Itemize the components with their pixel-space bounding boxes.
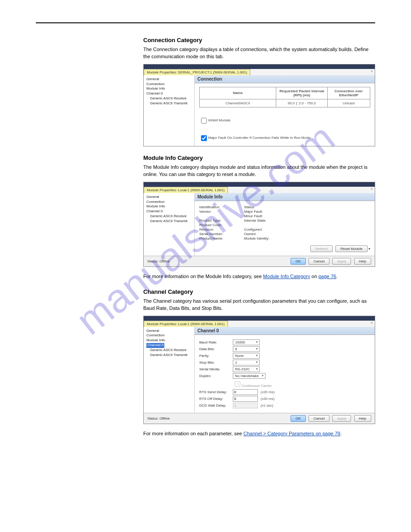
window-tab[interactable]: Module Properties: SERIAL_PROJECT:1 (506… bbox=[144, 69, 250, 75]
tree-item[interactable]: Connection bbox=[146, 200, 193, 205]
rtssend-input[interactable] bbox=[233, 389, 258, 395]
th-rpi: Requested Packet Interval (RPI) (ms) bbox=[276, 87, 327, 99]
page-link[interactable]: page 76 bbox=[318, 274, 336, 279]
screenshot-connection: Module Properties: SERIAL_PROJECT:1 (506… bbox=[143, 64, 375, 146]
channel-params-link[interactable]: Channel > Category Parameters on page 79 bbox=[244, 431, 340, 436]
apply-button[interactable]: Apply bbox=[332, 415, 351, 422]
channel-heading: Channel Category bbox=[143, 288, 375, 295]
dcd-unit: (x1 sec) bbox=[261, 403, 273, 408]
tree-item[interactable]: Generic ASCII Transmit bbox=[146, 101, 193, 106]
dcd-label: DCD Wait Delay: bbox=[199, 403, 233, 408]
pane-title: Channel 0 bbox=[195, 327, 375, 335]
parity-select[interactable]: None bbox=[233, 353, 260, 359]
baud-label: Baud Rate: bbox=[199, 340, 233, 344]
configured-label: Configured: bbox=[244, 227, 275, 232]
tree-item[interactable]: Generic ASCII Receive bbox=[146, 348, 193, 353]
major-fault-label: Major Fault On Controller If Connection … bbox=[208, 136, 310, 140]
producttype-label: Product Type: bbox=[199, 219, 231, 223]
vendor-label: Vendor: bbox=[199, 210, 231, 214]
tree-item[interactable]: General bbox=[146, 329, 193, 334]
cell-rpi[interactable]: 80.0 ‡ 2.0 - 750.0 bbox=[276, 99, 327, 107]
th-conn: Connection over EtherNet/IP bbox=[327, 87, 370, 99]
nav-tree[interactable]: General Connection Module Info Channel 0… bbox=[144, 193, 195, 256]
status-label: Status bbox=[244, 205, 275, 209]
productcode-label: Product Code: bbox=[199, 223, 231, 227]
serialmedia-label: Serial Media: bbox=[199, 367, 233, 371]
help-button[interactable]: Help bbox=[354, 258, 371, 265]
top-rule bbox=[36, 22, 375, 23]
close-icon[interactable]: × bbox=[369, 187, 375, 191]
apply-button[interactable]: Apply bbox=[332, 258, 351, 265]
cancel-button[interactable]: Cancel bbox=[308, 415, 330, 422]
tree-item[interactable]: General bbox=[146, 77, 193, 82]
channel-note: For more information on each parameter, … bbox=[143, 430, 375, 438]
databits-select[interactable]: 8 bbox=[233, 346, 260, 352]
tree-item[interactable]: Channel 0 bbox=[146, 209, 193, 214]
ok-button[interactable]: OK bbox=[291, 415, 306, 422]
ok-button[interactable]: OK bbox=[291, 258, 306, 265]
tree-item[interactable]: Generic ASCII Transmit bbox=[146, 353, 193, 358]
moduleidentity-label: Module Identity: bbox=[244, 236, 275, 240]
close-icon[interactable]: × bbox=[369, 69, 375, 73]
moduleinfo-text2: For more information on the Module Info … bbox=[143, 273, 375, 280]
tree-item[interactable]: Module Info bbox=[146, 204, 193, 209]
revision-label: Revision: bbox=[199, 227, 231, 232]
tree-item[interactable]: Module Info bbox=[146, 86, 193, 91]
connection-table: Name Requested Packet Interval (RPI) (ms… bbox=[199, 87, 370, 107]
th-name: Name bbox=[200, 87, 276, 99]
rtsoff-input[interactable] bbox=[233, 396, 258, 402]
duplex-select[interactable]: No Handshake bbox=[233, 373, 265, 379]
stopbits-label: Stop Bits: bbox=[199, 360, 233, 365]
nav-tree[interactable]: General Connection Module Info Channel 0… bbox=[144, 327, 195, 413]
rtsoff-label: RTS Off Delay: bbox=[199, 397, 233, 401]
tree-item-selected[interactable]: Channel 0 bbox=[146, 343, 193, 348]
serialmedia-select[interactable]: RS-232C bbox=[233, 366, 260, 372]
close-icon[interactable]: × bbox=[369, 321, 375, 325]
continuous-carrier-checkbox[interactable]: Continuous Carrier bbox=[233, 380, 272, 388]
nav-tree[interactable]: General Connection Module Info Channel 0… bbox=[144, 75, 195, 146]
majorfault-label: Major Fault: bbox=[244, 210, 275, 214]
dcd-input bbox=[233, 403, 258, 408]
title-bar bbox=[144, 64, 375, 69]
window-tab[interactable]: Module Properties: Local:1 (5069-SERIAL … bbox=[144, 187, 228, 193]
cancel-button[interactable]: Cancel bbox=[308, 258, 330, 265]
channel-text: The Channel category has various serial … bbox=[143, 298, 375, 312]
stopbits-select[interactable]: 1 bbox=[233, 360, 260, 365]
inhibit-module-checkbox[interactable]: Inhibit Module bbox=[199, 118, 231, 122]
cc-label: Continuous Carrier bbox=[242, 384, 272, 388]
tree-item[interactable]: Generic ASCII Receive bbox=[146, 96, 193, 101]
pane-title: Connection bbox=[195, 75, 375, 83]
refresh-button[interactable]: Refresh bbox=[310, 245, 333, 252]
parity-label: Parity: bbox=[199, 354, 233, 358]
title-bar bbox=[144, 182, 375, 187]
rtsoff-unit: (x20 ms) bbox=[261, 397, 274, 401]
screenshot-moduleinfo: Module Properties: Local:1 (5069-SERIAL … bbox=[143, 182, 375, 267]
tree-item[interactable]: Generic ASCII Transmit bbox=[146, 219, 193, 224]
reset-module-button[interactable]: Reset Module bbox=[335, 245, 367, 252]
moduleinfo-text1: The Module Info category displays module… bbox=[143, 164, 375, 178]
help-button[interactable]: Help bbox=[354, 415, 371, 422]
serial-label: Serial Number: bbox=[199, 232, 231, 236]
inhibit-label: Inhibit Module bbox=[208, 118, 231, 122]
tree-item[interactable]: General bbox=[146, 195, 193, 200]
window-tab[interactable]: Module Properties: Local:1 (5069-SERIAL … bbox=[144, 321, 228, 327]
major-fault-checkbox[interactable]: Major Fault On Controller If Connection … bbox=[199, 136, 310, 140]
connection-text: The Connection category displays a table… bbox=[143, 46, 375, 60]
rtssend-label: RTS Send Delay: bbox=[199, 390, 233, 394]
tree-item[interactable]: Module Info bbox=[146, 338, 193, 343]
owned-label: Owned: bbox=[244, 232, 275, 236]
title-bar bbox=[144, 316, 375, 321]
databits-label: Data Bits: bbox=[199, 347, 233, 351]
dropdown-arrow-icon[interactable]: ▾ bbox=[368, 247, 370, 251]
tree-item[interactable]: Connection bbox=[146, 82, 193, 87]
connection-heading: Connection Category bbox=[143, 37, 375, 43]
status-text: Status: Offline bbox=[147, 259, 170, 263]
screenshot-channel: Module Properties: Local:1 (5069-SERIAL … bbox=[143, 316, 375, 424]
baud-select[interactable]: 19200 bbox=[233, 339, 260, 345]
cell-conn[interactable]: Unicast bbox=[327, 99, 370, 107]
tree-item[interactable]: Channel 0 bbox=[146, 91, 193, 96]
moduleinfo-link[interactable]: Module Info Category bbox=[263, 274, 310, 279]
tree-item[interactable]: Generic ASCII Receive bbox=[146, 214, 193, 219]
id-label: Identification bbox=[199, 205, 231, 209]
tree-item[interactable]: Connection bbox=[146, 333, 193, 338]
